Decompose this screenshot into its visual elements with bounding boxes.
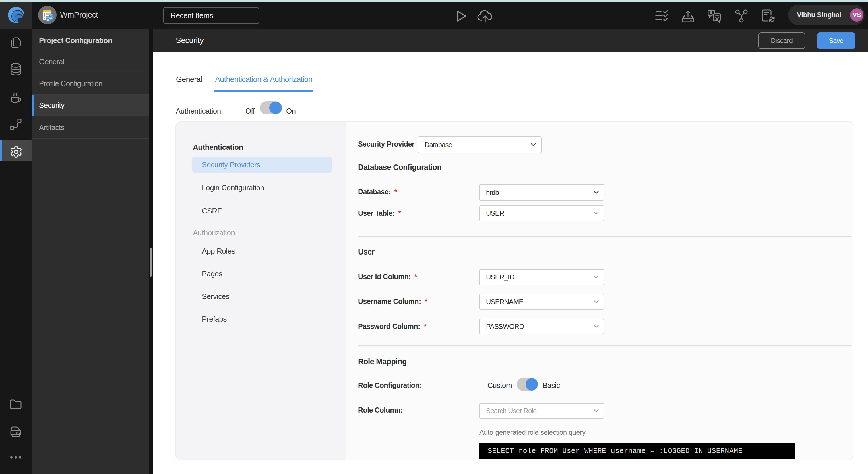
svg-text:LOG: LOG	[12, 431, 20, 435]
